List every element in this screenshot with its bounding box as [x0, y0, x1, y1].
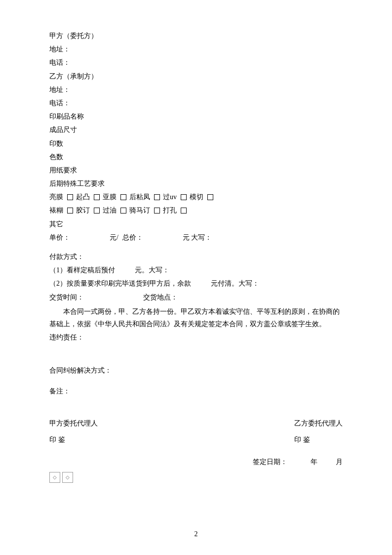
other-field: 其它: [49, 218, 343, 230]
icon-diamond-right: ◇: [62, 472, 73, 483]
party-a-stamp-label: 印 鉴: [49, 433, 98, 446]
checkbox-saddle-stitch[interactable]: [154, 208, 160, 213]
checkbox-uv[interactable]: [181, 194, 187, 200]
icon-area: ◇ ◇: [49, 472, 343, 483]
party-b-agent-label: 乙方委托代理人: [294, 417, 343, 429]
payment-item1: （1）看样定稿后预付 元。大写：: [49, 264, 343, 276]
checkbox-row-2: 裱糊 胶订 过油 骑马订 打孔: [49, 204, 343, 216]
checkbox-die-cut[interactable]: [207, 194, 213, 200]
document-page: 甲方（委托方） 地址： 电话： 乙方（承制方） 地址： 电话： 印刷品名称 成品…: [0, 0, 392, 555]
party-a-agent-label: 甲方委托代理人: [49, 417, 98, 429]
post-process-field: 后期特殊工艺要求: [49, 177, 343, 190]
party-b-label: 乙方（承制方）: [49, 70, 343, 83]
product-name-field: 印刷品名称: [49, 110, 343, 123]
checkbox-matte-film[interactable]: [120, 194, 126, 200]
checkbox-glue-bind[interactable]: [94, 208, 100, 213]
checkbox-punch[interactable]: [181, 208, 187, 213]
contract-text: 本合同一式两份，甲、乙方各持一份。甲乙双方本着诚实守信、平等互利的原则，在协商的…: [49, 305, 343, 330]
icon-diamond-left: ◇: [49, 472, 60, 483]
checkbox-mount[interactable]: [67, 208, 73, 213]
paper-req-field: 用纸要求: [49, 164, 343, 176]
party-b-signature: 乙方委托代理人 印 鉴: [294, 417, 343, 446]
party-a-signature: 甲方委托代理人 印 鉴: [49, 417, 98, 446]
party-a-address: 地址：: [49, 43, 343, 55]
print-count-field: 印数: [49, 137, 343, 150]
party-a-phone: 电话：: [49, 56, 343, 69]
checkbox-oil[interactable]: [120, 208, 126, 213]
party-b-address: 地址：: [49, 84, 343, 96]
color-count-field: 色数: [49, 151, 343, 163]
finished-size-field: 成品尺寸: [49, 124, 343, 136]
dispute-field: 合同纠纷解决方式：: [49, 364, 343, 377]
checkbox-emboss[interactable]: [94, 194, 100, 200]
payment-title: 付款方式：: [49, 251, 343, 263]
delivery-row: 交货时间： 交货地点：: [49, 291, 343, 303]
pricing-row: 单价： 元/ 总价： 元 大写：: [49, 231, 343, 244]
party-b-phone: 电话：: [49, 97, 343, 109]
party-a-label: 甲方（委托方）: [49, 30, 343, 42]
checkbox-row-1: 亮膜 起凸 亚膜 后粘凤 过uv 模切: [49, 191, 343, 203]
page-number: 2: [195, 528, 198, 540]
sign-date: 签定日期： 年 月: [49, 456, 343, 468]
signature-section: 甲方委托代理人 印 鉴 乙方委托代理人 印 鉴: [49, 417, 343, 446]
party-b-stamp-label: 印 鉴: [294, 433, 343, 446]
breach-field: 违约责任：: [49, 331, 343, 343]
checkbox-bright-film[interactable]: [67, 194, 73, 200]
note-field: 备注：: [49, 385, 343, 397]
checkbox-back-glue[interactable]: [154, 194, 160, 200]
payment-item2: （2）按质量要求印刷完毕送货到甲方后，余款 元付清。大写：: [49, 277, 343, 290]
